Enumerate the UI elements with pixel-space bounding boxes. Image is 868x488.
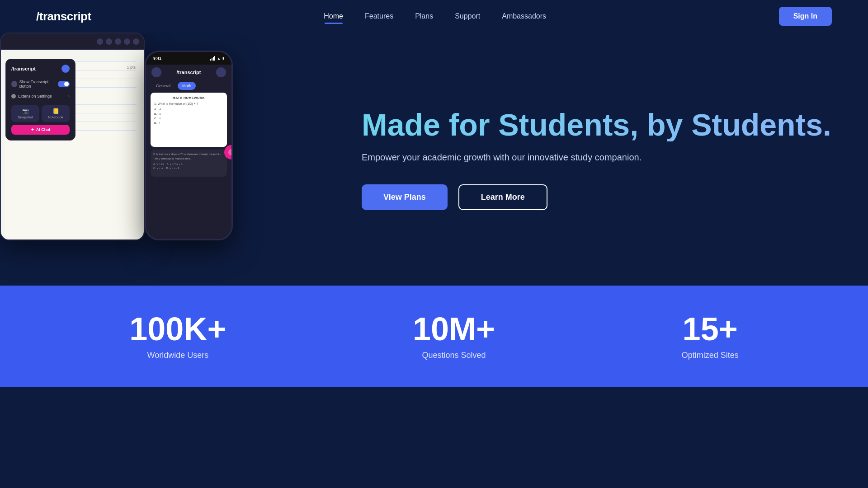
stat-sites-number: 15+ bbox=[682, 313, 739, 345]
stat-questions: 10M+ Questions Solved bbox=[413, 313, 495, 360]
nav-features[interactable]: Features bbox=[365, 12, 393, 20]
navbar: /transcript Home Features Plans Support … bbox=[0, 0, 868, 33]
hw-option-d: D. 4 bbox=[154, 121, 223, 125]
wifi-icon: ▲ bbox=[217, 56, 221, 61]
ext-show-button-left: Show Transcript Button bbox=[11, 80, 58, 89]
device-mockups: 1 pts /transcript bbox=[36, 33, 307, 286]
homework-card: MATH HOMEWORK 1. What is the value of (1… bbox=[151, 93, 227, 147]
ext-show-label: Show Transcript Button bbox=[19, 80, 58, 89]
hero-text: Made for Students, by Students. Empower … bbox=[307, 108, 832, 211]
signin-button[interactable]: Sign In bbox=[779, 7, 832, 26]
gear-icon bbox=[11, 94, 16, 99]
hw-title: MATH HOMEWORK bbox=[154, 96, 223, 99]
tablet-top-bar bbox=[1, 33, 144, 50]
tablet-content: 1 pts /transcript bbox=[1, 50, 144, 240]
nav-active-indicator bbox=[325, 23, 343, 24]
hero-section: 1 pts /transcript bbox=[0, 33, 868, 286]
tablet-icon-4 bbox=[124, 38, 130, 45]
hero-buttons: View Plans Learn More bbox=[362, 184, 832, 210]
ext-settings-left: Extension Settings bbox=[11, 94, 52, 99]
tablet-mockup: 1 pts /transcript bbox=[0, 33, 145, 240]
phone-notch: 9:41 ▲ ▮ bbox=[146, 52, 231, 65]
phone-back-btn[interactable] bbox=[151, 67, 161, 77]
hw-option-c: C. ½ bbox=[154, 116, 223, 121]
nav-ambassadors[interactable]: Ambassadors bbox=[502, 12, 546, 20]
signal-icon bbox=[210, 56, 215, 61]
phone-time: 9:41 bbox=[153, 56, 161, 61]
extension-popup: /transcript Show Transcript Button bbox=[5, 59, 75, 141]
phone-status-icons: ▲ ▮ bbox=[210, 56, 224, 61]
tablet-icon-5 bbox=[133, 38, 139, 45]
chevron-right-icon: › bbox=[68, 94, 70, 99]
phone-app-logo: /transcript bbox=[177, 70, 201, 75]
ext-notebook-btn[interactable]: 📒 Notebook bbox=[42, 105, 70, 122]
ext-ai-label: AI Chat bbox=[36, 127, 51, 132]
ext-show-icon bbox=[11, 81, 17, 87]
tab-general[interactable]: General bbox=[151, 82, 175, 90]
hw-option-b: B. ¼ bbox=[154, 112, 223, 116]
phone-tabs: General Math bbox=[151, 82, 226, 90]
hw-option-a: A. -4 bbox=[154, 107, 223, 112]
phone-content-text: 2. A line has a slope of ½ and passes th… bbox=[153, 152, 224, 161]
stat-sites: 15+ Optimized Sites bbox=[682, 313, 739, 360]
phone-mockup: 9:41 ▲ ▮ /transcript bbox=[145, 51, 233, 240]
phone-app-header: /transcript bbox=[146, 65, 231, 80]
tablet-icon-2 bbox=[106, 38, 112, 45]
phone-record-area bbox=[146, 181, 231, 196]
bottom-dark-section bbox=[0, 387, 868, 478]
ai-icon: ✦ bbox=[31, 127, 34, 132]
pts-label: 1 pts bbox=[127, 65, 136, 70]
snapshot-icon: 📷 bbox=[13, 108, 38, 114]
ext-logo: /transcript bbox=[11, 66, 36, 71]
ext-dot bbox=[61, 65, 70, 73]
stat-users-number: 100K+ bbox=[129, 313, 226, 345]
hw-question: 1. What is the value of (1/2) + ? bbox=[154, 102, 223, 105]
stat-users-label: Worldwide Users bbox=[129, 351, 226, 360]
hero-subtitle: Empower your academic growth with our in… bbox=[362, 152, 832, 163]
stat-questions-number: 10M+ bbox=[413, 313, 495, 345]
nav-menu: Home Features Plans Support Ambassadors bbox=[324, 12, 546, 20]
nav-plans[interactable]: Plans bbox=[415, 12, 433, 20]
ext-toggle[interactable] bbox=[58, 81, 70, 87]
notebook-icon: 📒 bbox=[43, 108, 68, 114]
view-plans-button[interactable]: View Plans bbox=[362, 184, 448, 210]
ext-header: /transcript bbox=[11, 65, 70, 73]
hero-title: Made for Students, by Students. bbox=[362, 108, 832, 142]
stat-questions-label: Questions Solved bbox=[413, 351, 495, 360]
battery-icon: ▮ bbox=[222, 56, 224, 60]
nav-support[interactable]: Support bbox=[455, 12, 480, 20]
stats-section: 100K+ Worldwide Users 10M+ Questions Sol… bbox=[0, 286, 868, 387]
learn-more-button[interactable]: Learn More bbox=[458, 184, 547, 210]
ext-settings-label: Extension Settings bbox=[18, 94, 52, 99]
ext-notebook-label: Notebook bbox=[48, 115, 63, 119]
phone-screen: /transcript General Math MATH HOMEWORK 1… bbox=[146, 65, 231, 240]
phone-answer-options: A. y = 2x B. y = ½x + 1 C. y = -x D. y =… bbox=[153, 163, 224, 169]
tablet-icon-1 bbox=[97, 38, 103, 45]
phone-menu-btn[interactable] bbox=[216, 67, 226, 77]
stat-sites-label: Optimized Sites bbox=[682, 351, 739, 360]
ext-quick-buttons: 📷 Snapshot 📒 Notebook bbox=[11, 105, 70, 122]
ext-snapshot-label: Snapshot bbox=[18, 115, 33, 119]
stat-users: 100K+ Worldwide Users bbox=[129, 313, 226, 360]
logo[interactable]: /transcript bbox=[36, 9, 91, 23]
ext-show-button-row: Show Transcript Button bbox=[11, 77, 70, 91]
ext-settings-row[interactable]: Extension Settings › bbox=[11, 91, 70, 101]
phone-bottom-area: 2. A line has a slope of ½ and passes th… bbox=[151, 150, 227, 177]
nav-home[interactable]: Home bbox=[324, 12, 343, 20]
tablet-icon-3 bbox=[115, 38, 121, 45]
ext-ai-chat-btn[interactable]: ✦ AI Chat bbox=[11, 125, 70, 135]
ext-snapshot-btn[interactable]: 📷 Snapshot bbox=[11, 105, 39, 122]
tab-math[interactable]: Math bbox=[178, 82, 196, 90]
record-inner bbox=[228, 149, 231, 155]
